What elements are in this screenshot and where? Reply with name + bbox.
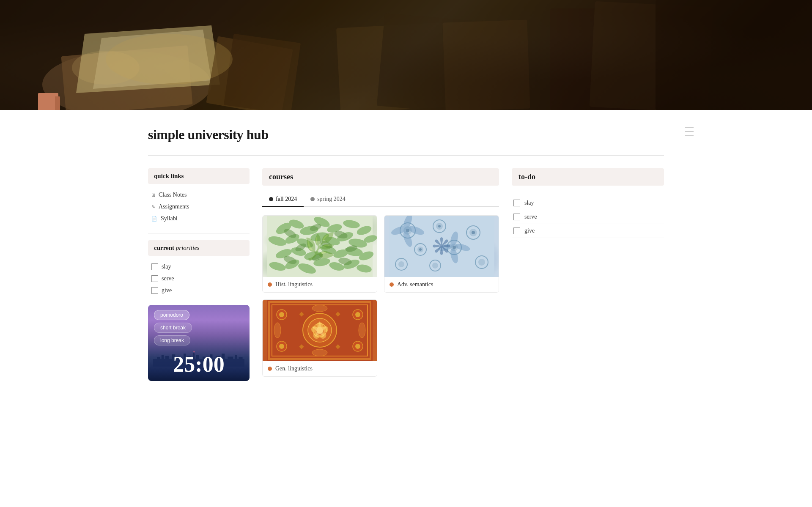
courses-section: courses fall 2024 spring 2024 bbox=[262, 168, 499, 377]
svg-point-116 bbox=[279, 344, 284, 349]
blue-floral-pattern bbox=[384, 216, 499, 277]
todo-checkbox-give[interactable] bbox=[513, 227, 520, 234]
courses-heading: courses bbox=[262, 168, 499, 186]
todo-divider bbox=[512, 191, 664, 191]
priority-item-slay: slay bbox=[150, 261, 250, 273]
svg-point-125 bbox=[312, 305, 327, 312]
quick-link-syllabi[interactable]: 📄 Syllabi bbox=[150, 213, 250, 225]
todo-checkbox-slay[interactable] bbox=[513, 200, 520, 206]
page-title: simple university hub bbox=[148, 127, 664, 143]
short-break-button[interactable]: short break bbox=[154, 323, 192, 333]
svg-point-123 bbox=[274, 323, 281, 338]
todo-item-serve: serve bbox=[512, 210, 664, 224]
syllabi-label: Syllabi bbox=[161, 215, 178, 222]
priorities-heading: current priorities bbox=[148, 240, 250, 256]
todo-section: to-do slay serve give bbox=[512, 168, 664, 238]
priority-label-serve: serve bbox=[162, 275, 174, 282]
svg-point-118 bbox=[355, 344, 360, 349]
courses-tabs: fall 2024 spring 2024 bbox=[262, 192, 499, 207]
tab-spring-2024[interactable]: spring 2024 bbox=[304, 192, 352, 207]
todo-checkbox-serve[interactable] bbox=[513, 214, 520, 220]
quick-link-assignments[interactable]: ✎ Assignments bbox=[150, 201, 250, 213]
tab-dot-spring bbox=[310, 197, 315, 201]
pomodoro-buttons: pomodoro short break long break bbox=[148, 305, 250, 351]
priority-checkbox-give[interactable] bbox=[151, 287, 158, 294]
svg-point-71 bbox=[311, 252, 324, 263]
priority-checkbox-serve[interactable] bbox=[151, 275, 158, 282]
course-card-adv-semantics[interactable]: Adv. semantics bbox=[384, 215, 499, 293]
class-notes-icon: ⊞ bbox=[151, 192, 155, 198]
todo-item-give: give bbox=[512, 224, 664, 238]
priorities-heading-italic: priorities bbox=[176, 244, 200, 251]
course-thumb-adv bbox=[384, 216, 499, 277]
todo-label-give: give bbox=[524, 227, 535, 234]
priority-item-give: give bbox=[150, 285, 250, 296]
svg-point-90 bbox=[398, 261, 404, 267]
svg-point-45 bbox=[310, 231, 330, 242]
sidebar-decoration bbox=[685, 127, 694, 136]
svg-point-92 bbox=[478, 259, 485, 266]
syllabi-icon: 📄 bbox=[151, 216, 157, 222]
courses-grid: Hist. linguistics bbox=[262, 215, 499, 377]
tab-label-fall: fall 2024 bbox=[276, 196, 297, 203]
course-dot-adv bbox=[390, 282, 394, 287]
todo-heading: to-do bbox=[512, 168, 664, 186]
course-card-gen-linguistics[interactable]: Gen. linguistics bbox=[262, 299, 377, 377]
svg-point-52 bbox=[304, 250, 324, 261]
svg-point-108 bbox=[313, 323, 326, 337]
quick-links-heading: quick links bbox=[148, 168, 250, 184]
svg-rect-9 bbox=[442, 20, 530, 110]
pomodoro-button[interactable]: pomodoro bbox=[154, 310, 189, 320]
svg-point-53 bbox=[319, 243, 337, 256]
course-thumb-hist bbox=[263, 216, 377, 277]
sidebar-divider bbox=[148, 233, 250, 233]
priorities-list: slay serve give bbox=[148, 261, 250, 296]
priority-label-slay: slay bbox=[162, 263, 171, 270]
todo-label-slay: slay bbox=[524, 200, 534, 206]
course-title-hist: Hist. linguistics bbox=[275, 281, 313, 288]
svg-point-68 bbox=[319, 239, 334, 250]
quick-link-class-notes[interactable]: ⊞ Class Notes bbox=[150, 189, 250, 201]
pomodoro-timer: 25:00 bbox=[148, 352, 250, 377]
assignments-label: Assignments bbox=[159, 203, 189, 210]
left-sidebar: quick links ⊞ Class Notes ✎ Assignments … bbox=[148, 168, 250, 381]
course-thumb-gen bbox=[263, 300, 377, 361]
botanical-pattern bbox=[263, 216, 377, 277]
pomodoro-widget: pomodoro short break long break bbox=[148, 305, 250, 381]
svg-marker-110 bbox=[312, 321, 327, 337]
svg-rect-6 bbox=[224, 34, 301, 110]
assignments-icon: ✎ bbox=[151, 204, 155, 210]
tab-label-spring: spring 2024 bbox=[317, 196, 346, 203]
svg-point-126 bbox=[312, 349, 327, 356]
priority-label-give: give bbox=[162, 287, 172, 294]
priorities-heading-regular: current bbox=[154, 244, 174, 251]
class-notes-label: Class Notes bbox=[159, 192, 187, 198]
course-label-gen: Gen. linguistics bbox=[263, 361, 377, 376]
todo-item-slay: slay bbox=[512, 196, 664, 210]
svg-point-109 bbox=[316, 327, 323, 334]
page-icon bbox=[38, 93, 60, 110]
todo-label-serve: serve bbox=[524, 214, 537, 220]
svg-point-85 bbox=[419, 248, 422, 251]
svg-point-107 bbox=[308, 318, 332, 342]
tab-fall-2024[interactable]: fall 2024 bbox=[262, 192, 304, 207]
course-dot-hist bbox=[268, 282, 272, 287]
course-title-gen: Gen. linguistics bbox=[275, 365, 313, 372]
svg-point-112 bbox=[279, 312, 284, 317]
quick-links-list: ⊞ Class Notes ✎ Assignments 📄 Syllabi bbox=[148, 189, 250, 225]
svg-point-79 bbox=[438, 225, 441, 227]
svg-point-82 bbox=[472, 231, 475, 234]
course-card-hist-linguistics[interactable]: Hist. linguistics bbox=[262, 215, 377, 293]
course-dot-gen bbox=[268, 367, 272, 371]
course-label-hist: Hist. linguistics bbox=[263, 277, 377, 292]
priority-checkbox-slay[interactable] bbox=[151, 263, 158, 270]
svg-point-94 bbox=[432, 263, 438, 269]
long-break-button[interactable]: long break bbox=[154, 335, 190, 345]
svg-point-114 bbox=[355, 312, 360, 317]
svg-point-14 bbox=[72, 51, 140, 85]
priority-item-serve: serve bbox=[150, 273, 250, 285]
svg-point-124 bbox=[359, 323, 365, 338]
carpet-pattern bbox=[263, 300, 377, 361]
title-divider bbox=[148, 155, 664, 156]
svg-rect-12 bbox=[656, 0, 812, 110]
